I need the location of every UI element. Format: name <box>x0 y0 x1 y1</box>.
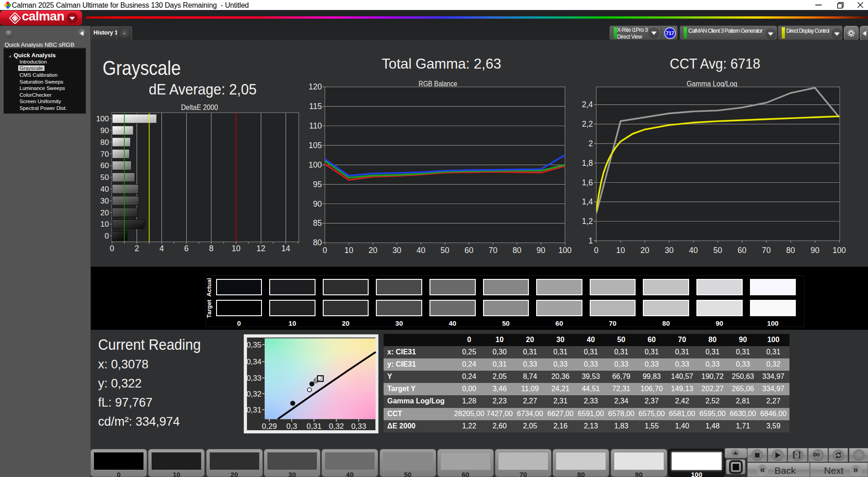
svg-text:8: 8 <box>209 244 213 253</box>
svg-text:100: 100 <box>558 246 572 254</box>
svg-text:0,3: 0,3 <box>286 422 297 431</box>
svg-text:105: 105 <box>309 141 322 150</box>
svg-text:120: 120 <box>309 82 322 91</box>
svg-text:RGB Balance: RGB Balance <box>419 80 457 88</box>
svg-text:110: 110 <box>309 121 322 130</box>
svg-text:100: 100 <box>96 114 109 123</box>
svg-text:2: 2 <box>588 139 593 148</box>
svg-text:0,34: 0,34 <box>247 358 261 366</box>
svg-text:2: 2 <box>134 244 139 253</box>
svg-text:0: 0 <box>323 246 327 254</box>
svg-text:50: 50 <box>100 173 109 182</box>
svg-text:0,33: 0,33 <box>247 374 261 383</box>
svg-text:40: 40 <box>100 185 109 194</box>
svg-text:60: 60 <box>464 246 473 254</box>
svg-text:10: 10 <box>100 220 109 229</box>
svg-text:4: 4 <box>159 244 164 253</box>
svg-text:0: 0 <box>105 232 109 240</box>
svg-text:20: 20 <box>369 246 378 254</box>
svg-text:100: 100 <box>833 246 846 254</box>
svg-text:Gamma Log/Log: Gamma Log/Log <box>686 80 737 88</box>
svg-text:12: 12 <box>256 244 265 253</box>
svg-text:1,8: 1,8 <box>582 159 593 168</box>
svg-text:1,4: 1,4 <box>582 197 593 206</box>
svg-text:30: 30 <box>393 246 402 254</box>
svg-text:60: 60 <box>738 246 747 254</box>
svg-text:2,4: 2,4 <box>582 100 593 109</box>
svg-text:1,6: 1,6 <box>582 178 593 187</box>
svg-text:Grayscale: Grayscale <box>103 57 181 80</box>
svg-text:0,31: 0,31 <box>306 422 321 431</box>
svg-text:85: 85 <box>313 219 322 228</box>
svg-text:20: 20 <box>100 209 109 217</box>
svg-text:CCT Avg: 6718: CCT Avg: 6718 <box>670 56 760 71</box>
svg-text:70: 70 <box>488 246 498 254</box>
svg-text:0,32: 0,32 <box>329 422 344 431</box>
svg-text:70: 70 <box>100 150 109 159</box>
svg-text:14: 14 <box>281 244 291 253</box>
svg-text:100: 100 <box>309 160 322 169</box>
svg-text:50: 50 <box>713 246 722 254</box>
svg-text:2,2: 2,2 <box>582 119 593 129</box>
svg-text:20: 20 <box>641 246 650 254</box>
svg-text:90: 90 <box>313 199 322 209</box>
svg-text:90: 90 <box>810 246 819 254</box>
svg-text:DeltaE 2000: DeltaE 2000 <box>181 103 218 111</box>
svg-text:115: 115 <box>309 102 322 111</box>
svg-text:10: 10 <box>616 246 625 254</box>
svg-text:30: 30 <box>665 246 674 254</box>
svg-text:0: 0 <box>594 246 599 254</box>
svg-text:1,2: 1,2 <box>582 217 593 226</box>
svg-text:6: 6 <box>184 244 189 253</box>
svg-text:95: 95 <box>313 180 322 189</box>
svg-text:90: 90 <box>537 246 546 254</box>
svg-text:10: 10 <box>345 246 354 254</box>
svg-text:70: 70 <box>762 246 771 254</box>
svg-text:80: 80 <box>513 246 522 254</box>
svg-text:40: 40 <box>689 246 698 254</box>
svg-text:10: 10 <box>232 244 241 253</box>
svg-text:90: 90 <box>100 126 109 135</box>
svg-text:50: 50 <box>440 246 449 254</box>
svg-text:60: 60 <box>100 161 109 170</box>
svg-text:0: 0 <box>110 244 114 253</box>
svg-text:0,32: 0,32 <box>247 390 261 398</box>
svg-text:30: 30 <box>100 197 109 205</box>
svg-text:80: 80 <box>313 238 322 247</box>
svg-text:0,33: 0,33 <box>351 422 366 431</box>
svg-text:0,29: 0,29 <box>262 422 277 431</box>
svg-text:0,31: 0,31 <box>247 406 261 414</box>
svg-text:80: 80 <box>100 138 109 147</box>
svg-text:1: 1 <box>588 236 593 245</box>
svg-text:Total Gamma: 2,63: Total Gamma: 2,63 <box>382 56 501 72</box>
svg-text:40: 40 <box>416 246 425 254</box>
svg-text:80: 80 <box>786 246 795 254</box>
svg-text:0,35: 0,35 <box>247 341 261 349</box>
svg-text:dE Average: 2,05: dE Average: 2,05 <box>149 81 256 98</box>
